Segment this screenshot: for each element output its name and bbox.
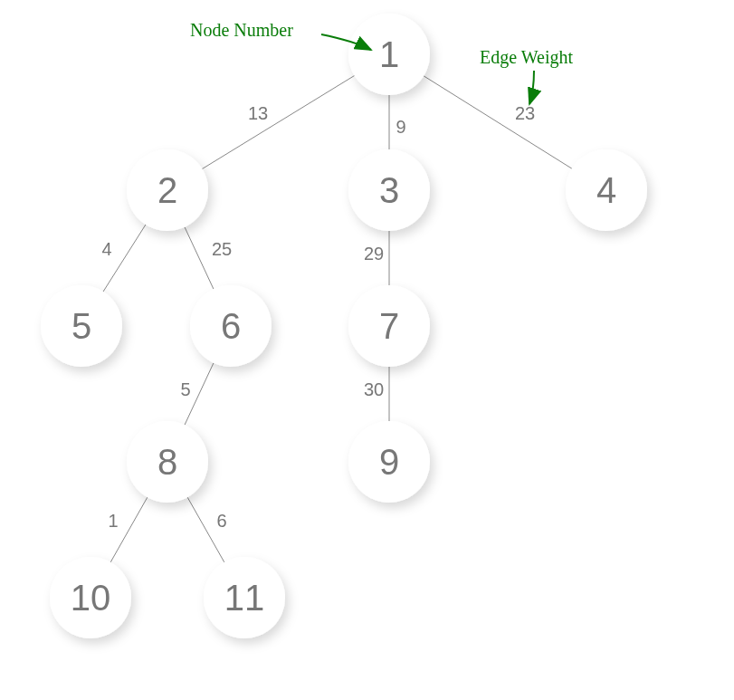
nodes-group: 1 2 3 4 5 6 7 8 9 10 11 [41,14,647,638]
annotation-node-number-label: Node Number [190,20,293,40]
edge-weight-7-9: 30 [364,379,384,399]
node-2: 2 [127,149,208,231]
svg-text:3: 3 [379,170,399,210]
svg-text:10: 10 [71,578,111,618]
edge-weight-8-11: 6 [216,511,226,531]
node-3: 3 [348,149,430,231]
arrow-icon [529,71,534,104]
edge-weight-1-3: 9 [396,117,405,137]
edge-1-2 [202,75,354,168]
edge-2-6 [185,227,214,289]
node-10: 10 [50,557,131,638]
svg-text:9: 9 [379,442,399,482]
svg-text:2: 2 [157,170,177,210]
node-8: 8 [127,421,208,503]
node-4: 4 [566,149,647,231]
node-1: 1 [348,14,430,95]
svg-text:7: 7 [379,306,399,346]
svg-text:8: 8 [157,442,177,482]
svg-text:4: 4 [596,170,616,210]
annotation-edge-weight: Edge Weight [480,47,573,104]
svg-text:1: 1 [379,34,399,74]
edge-weight-2-6: 25 [212,239,232,259]
edge-1-4 [424,76,572,168]
node-6: 6 [190,285,272,367]
svg-text:6: 6 [221,306,241,346]
node-11: 11 [204,557,285,638]
edge-weight-8-10: 1 [108,511,118,531]
svg-text:5: 5 [71,306,91,346]
annotation-node-number: Node Number [190,20,371,50]
edge-weight-1-4: 23 [515,103,535,123]
node-5: 5 [41,285,122,367]
tree-diagram: 13 9 23 4 25 29 5 30 1 6 1 2 3 4 5 6 7 8… [0,0,734,700]
edge-weight-3-7: 29 [364,244,384,264]
edge-weight-1-2: 13 [248,103,268,123]
node-9: 9 [348,421,430,503]
edge-weight-6-8: 5 [180,379,190,399]
node-7: 7 [348,285,430,367]
annotation-edge-weight-label: Edge Weight [480,47,573,68]
edge-weight-2-5: 4 [101,239,111,259]
svg-text:11: 11 [224,578,265,618]
